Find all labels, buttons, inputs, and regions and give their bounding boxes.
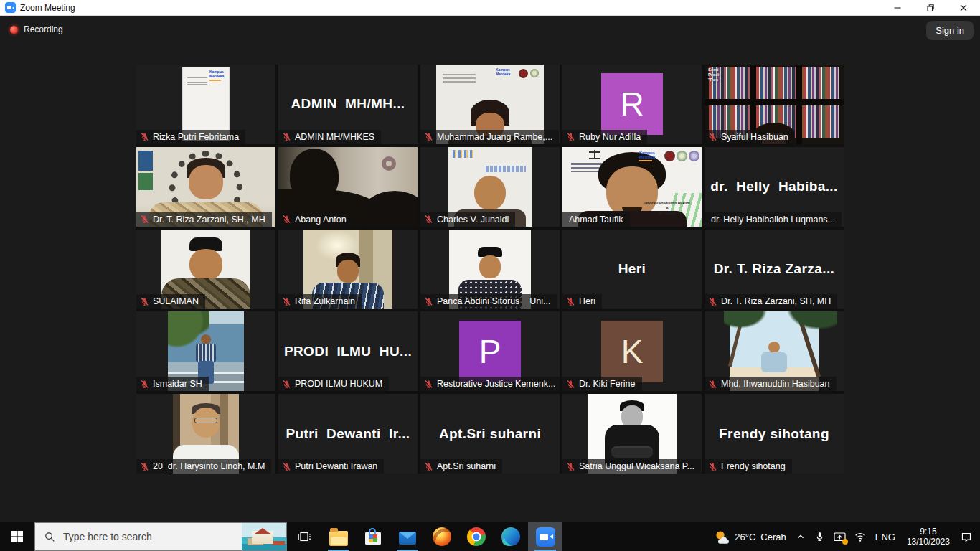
- participant-tile[interactable]: Kampus Merdeka Muhammad Juang Rambe,...: [420, 65, 560, 144]
- task-view-button[interactable]: [287, 522, 321, 551]
- muted-mic-icon: [424, 380, 433, 389]
- task-view-icon: [298, 531, 311, 542]
- participant-name: PRODI ILMU HUKUM: [295, 379, 382, 389]
- participant-name-label: ADMIN MH/MHKES: [278, 130, 381, 144]
- file-explorer-taskbar-button[interactable]: [321, 522, 356, 551]
- video-decoration: [194, 418, 217, 423]
- participant-tile[interactable]: PRODI ILMU HU... PRODI ILMU HUKUM: [278, 311, 418, 391]
- participant-tile[interactable]: Rifa Zulkarnain: [278, 230, 418, 309]
- video-decoration: [620, 400, 644, 411]
- chrome-taskbar-button[interactable]: [459, 522, 494, 551]
- video-decoration: [530, 69, 539, 77]
- participant-name-label: Rifa Zulkarnain: [278, 294, 362, 309]
- participant-tile[interactable]: Semi Prodi "Pen Syaiful Hasibuan: [705, 65, 844, 144]
- participant-tile[interactable]: Ismaidar SH: [136, 311, 275, 391]
- participant-name-label: Syaiful Hasibuan: [705, 130, 795, 144]
- video-decoration: [795, 311, 821, 377]
- zoom-taskbar-button[interactable]: [528, 522, 562, 551]
- close-icon: [959, 4, 968, 12]
- zoom-meeting-window: Zoom Meeting Recording Sign in Kampus Me…: [0, 0, 980, 551]
- participant-tile[interactable]: Dr. T. Riza Zarza... Dr. T. Riza Zarzani…: [705, 230, 844, 309]
- participant-tile[interactable]: Satria Unggul Wicaksana P...: [562, 394, 702, 474]
- video-decoration: [724, 311, 776, 334]
- participant-tile[interactable]: Panca Abdini Sitorus _ Uni...: [420, 230, 560, 309]
- participant-tile[interactable]: R Ruby Nur Adilla: [562, 65, 702, 144]
- video-decoration: [621, 405, 643, 428]
- show-hidden-icons-button[interactable]: [791, 522, 810, 551]
- participant-name-label: SULAIMAN: [136, 294, 205, 309]
- participant-tile[interactable]: 20_dr. Harysinto Linoh, M.M: [136, 394, 275, 474]
- minimize-button[interactable]: [881, 0, 914, 15]
- start-button[interactable]: [0, 522, 34, 551]
- microsoft-store-icon: [365, 532, 381, 545]
- action-center-button[interactable]: [956, 522, 976, 551]
- participant-tile[interactable]: Apt.Sri suharni Apt.Sri suharni: [420, 394, 560, 474]
- screen-share-tray-button[interactable]: [829, 522, 850, 551]
- participant-tile[interactable]: Kampus Merdeka Rizka Putri Febritama: [136, 65, 275, 144]
- participant-name-label: Ruby Nur Adilla: [562, 130, 647, 144]
- video-decoration: [196, 344, 216, 362]
- firefox-taskbar-button[interactable]: [425, 522, 459, 551]
- participant-name: SULAIMAN: [153, 296, 199, 306]
- language-indicator[interactable]: ENG: [870, 522, 900, 551]
- letter-avatar: K: [601, 321, 663, 382]
- participant-tile[interactable]: Mhd. Ihwanuddin Hasibuan: [705, 311, 844, 391]
- participant-tile[interactable]: Charles V. Junaidi: [420, 147, 560, 227]
- edge-icon: [501, 527, 520, 546]
- edge-taskbar-button[interactable]: [494, 522, 528, 551]
- participant-tile[interactable]: Dr. T. Riza Zarzani, SH., MH: [136, 147, 275, 227]
- muted-mic-icon: [566, 380, 575, 389]
- microphone-tray-button[interactable]: [810, 522, 829, 551]
- temperature-text: 26°C: [735, 532, 755, 542]
- letter-avatar: P: [459, 321, 521, 382]
- participant-tile[interactable]: dr. Helly Habiba... dr. Helly Habiballoh…: [705, 147, 844, 227]
- video-decoration: [187, 158, 225, 178]
- participant-name: 20_dr. Harysinto Linoh, M.M: [153, 461, 265, 471]
- muted-mic-icon: [566, 132, 575, 141]
- video-decoration: [360, 191, 418, 227]
- mail-taskbar-button[interactable]: [390, 522, 425, 551]
- participant-name: Frendy sihotang: [721, 461, 786, 471]
- participant-tile[interactable]: Abang Anton: [278, 147, 418, 227]
- date-text: 13/10/2023: [907, 537, 950, 547]
- participant-name: Dr. T. Riza Zarzani, SH., MH: [153, 215, 265, 225]
- recording-indicator: Recording: [10, 24, 63, 34]
- participant-grid: Kampus Merdeka Rizka Putri Febritama ADM…: [136, 65, 844, 474]
- participant-tile[interactable]: Frendy sihotang Frendy sihotang: [705, 394, 844, 474]
- video-decoration: [664, 151, 675, 161]
- wifi-tray-button[interactable]: [850, 522, 870, 551]
- windows-logo-icon: [11, 531, 23, 542]
- titlebar: Zoom Meeting: [0, 0, 980, 16]
- video-decoration: [189, 249, 222, 281]
- participant-name: Mhd. Ihwanuddin Hasibuan: [721, 379, 830, 389]
- muted-mic-icon: [566, 297, 575, 306]
- zoom-icon: [536, 527, 555, 547]
- participant-tile[interactable]: Heri Heri: [562, 230, 702, 309]
- participant-name: Muhammad Juang Rambe,...: [437, 132, 552, 142]
- participant-tile[interactable]: K Dr. Kiki Ferine: [562, 311, 702, 391]
- close-button[interactable]: [947, 0, 980, 15]
- weather-widget[interactable]: 26°C Cerah: [709, 522, 791, 551]
- video-decoration: [705, 99, 844, 105]
- participant-name-label: Apt.Sri suharni: [420, 459, 502, 474]
- restore-button[interactable]: [914, 0, 947, 15]
- minimize-icon: [893, 4, 902, 12]
- clock[interactable]: 9:15 13/10/2023: [900, 522, 956, 551]
- participant-name-label: 20_dr. Harysinto Linoh, M.M: [136, 459, 271, 474]
- video-overlay-text: Semi Prodi "Pen: [708, 67, 719, 83]
- wifi-icon: [854, 532, 866, 542]
- muted-mic-icon: [282, 132, 291, 141]
- participant-tile[interactable]: SULAIMAN: [136, 230, 275, 309]
- participant-tile[interactable]: Putri Dewanti Ir... Putri Dewanti Irawan: [278, 394, 418, 474]
- video-decoration: [768, 342, 780, 353]
- search-box[interactable]: Type here to search: [34, 522, 287, 551]
- action-center-icon: [961, 532, 972, 542]
- muted-mic-icon: [566, 462, 575, 471]
- participant-name: Abang Anton: [295, 215, 347, 225]
- participant-tile[interactable]: ADMIN MH/MH... ADMIN MH/MHKES: [278, 65, 418, 144]
- participant-tile[interactable]: Kampus Merdekalaborasi Prodi Ilmu Hukum …: [562, 147, 702, 227]
- participant-name-label: Panca Abdini Sitorus _ Uni...: [420, 294, 557, 309]
- sign-in-button[interactable]: Sign in: [926, 21, 974, 40]
- microsoft-store-taskbar-button[interactable]: [356, 522, 390, 551]
- participant-tile[interactable]: P Restorative Justice Kemenk...: [420, 311, 560, 391]
